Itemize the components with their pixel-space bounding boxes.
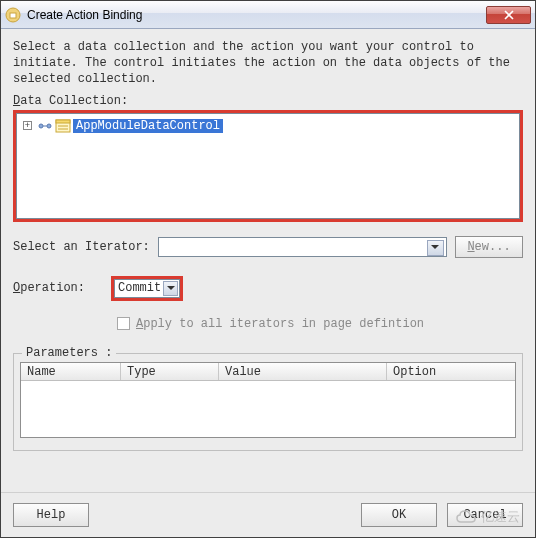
- operation-value: Commit: [118, 281, 161, 295]
- svg-rect-1: [10, 13, 16, 18]
- window-title: Create Action Binding: [27, 8, 486, 22]
- parameters-group: Parameters : Name Type Value Option: [13, 353, 523, 451]
- svg-rect-6: [56, 120, 70, 123]
- new-button[interactable]: New...: [455, 236, 523, 258]
- titlebar: Create Action Binding: [1, 1, 535, 29]
- close-button[interactable]: [486, 6, 531, 24]
- data-collection-label: Data Collection:: [13, 94, 523, 108]
- ok-button[interactable]: OK: [361, 503, 437, 527]
- parameters-legend: Parameters :: [22, 346, 116, 360]
- iterator-label: Select an Iterator:: [13, 240, 150, 254]
- operation-label: Operation:: [13, 281, 85, 295]
- app-icon: [5, 7, 21, 23]
- dialog-window: Create Action Binding Select a data coll…: [0, 0, 536, 538]
- dialog-content: Select a data collection and the action …: [1, 29, 535, 492]
- apply-all-label: Apply to all iterators in page defintion: [136, 317, 424, 331]
- tree-row[interactable]: +: [23, 118, 513, 134]
- chevron-down-icon: [431, 245, 439, 249]
- iterator-row: Select an Iterator: New...: [13, 236, 523, 258]
- apply-all-row: Apply to all iterators in page defintion: [117, 317, 523, 331]
- tree-item-label[interactable]: AppModuleDataControl: [73, 119, 223, 133]
- tree-expander-icon[interactable]: +: [23, 121, 32, 130]
- svg-point-2: [39, 124, 43, 128]
- iterator-select[interactable]: [158, 237, 447, 257]
- help-button[interactable]: Help: [13, 503, 89, 527]
- column-option[interactable]: Option: [387, 363, 515, 380]
- svg-point-3: [47, 124, 51, 128]
- parameters-table: Name Type Value Option: [20, 362, 516, 438]
- operation-row: Operation: Commit: [13, 276, 523, 301]
- dialog-footer: Help OK Cancel: [1, 492, 535, 537]
- operation-highlight: Commit: [111, 276, 183, 301]
- column-name[interactable]: Name: [21, 363, 121, 380]
- connector-icon: [37, 119, 53, 133]
- data-collection-tree[interactable]: +: [16, 113, 520, 219]
- data-collection-highlight: +: [13, 110, 523, 222]
- column-value[interactable]: Value: [219, 363, 387, 380]
- cancel-button[interactable]: Cancel: [447, 503, 523, 527]
- column-type[interactable]: Type: [121, 363, 219, 380]
- datacontrol-icon: [55, 119, 71, 133]
- apply-all-checkbox[interactable]: [117, 317, 130, 330]
- description-text: Select a data collection and the action …: [13, 39, 523, 88]
- operation-select[interactable]: Commit: [114, 279, 180, 298]
- chevron-down-icon[interactable]: [163, 281, 178, 296]
- parameters-header: Name Type Value Option: [21, 363, 515, 381]
